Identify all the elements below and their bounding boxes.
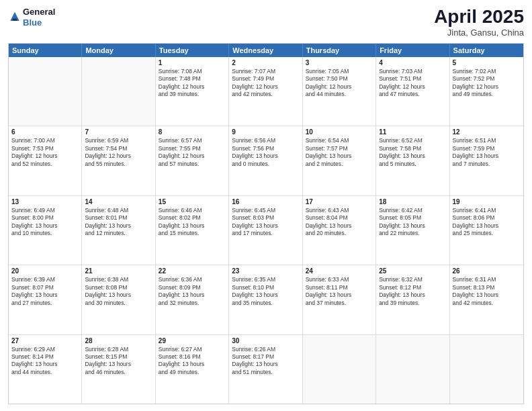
day-number: 18: [379, 198, 446, 205]
cal-cell: 19Sunrise: 6:41 AM Sunset: 8:06 PM Dayli…: [450, 196, 523, 265]
cal-cell: 22Sunrise: 6:36 AM Sunset: 8:09 PM Dayli…: [156, 265, 229, 334]
cal-cell: 3Sunrise: 7:05 AM Sunset: 7:50 PM Daylig…: [303, 57, 376, 126]
cal-cell: [303, 335, 376, 404]
day-number: 9: [232, 128, 299, 136]
day-info: Sunrise: 6:29 AM Sunset: 8:14 PM Dayligh…: [11, 346, 79, 377]
header-day-tuesday: Tuesday: [156, 44, 229, 57]
cal-cell: 21Sunrise: 6:38 AM Sunset: 8:08 PM Dayli…: [82, 265, 155, 334]
cal-cell: 8Sunrise: 6:57 AM Sunset: 7:55 PM Daylig…: [156, 126, 229, 195]
day-number: 3: [306, 59, 373, 66]
day-number: 17: [306, 198, 373, 205]
day-number: 7: [85, 128, 152, 136]
day-info: Sunrise: 6:56 AM Sunset: 7:56 PM Dayligh…: [232, 137, 299, 168]
header-day-wednesday: Wednesday: [229, 44, 302, 57]
day-number: 25: [379, 267, 446, 275]
cal-cell: [376, 335, 449, 404]
header-day-saturday: Saturday: [450, 44, 523, 57]
calendar-header: SundayMondayTuesdayWednesdayThursdayFrid…: [9, 44, 523, 57]
day-number: 11: [379, 128, 446, 136]
day-number: 24: [306, 267, 373, 275]
day-info: Sunrise: 6:31 AM Sunset: 8:13 PM Dayligh…: [453, 276, 521, 307]
day-info: Sunrise: 6:49 AM Sunset: 8:00 PM Dayligh…: [11, 207, 79, 238]
day-number: 6: [11, 128, 79, 136]
day-number: 28: [85, 337, 152, 345]
day-number: 30: [232, 337, 299, 345]
logo-general: General: [23, 7, 55, 17]
day-info: Sunrise: 6:28 AM Sunset: 8:15 PM Dayligh…: [85, 346, 152, 377]
header: General Blue April 2025 Jinta, Gansu, Ch…: [8, 7, 524, 38]
cal-cell: 23Sunrise: 6:35 AM Sunset: 8:10 PM Dayli…: [229, 265, 302, 334]
cal-cell: 7Sunrise: 6:59 AM Sunset: 7:54 PM Daylig…: [82, 126, 155, 195]
cal-cell: 29Sunrise: 6:27 AM Sunset: 8:16 PM Dayli…: [156, 335, 229, 404]
day-info: Sunrise: 6:42 AM Sunset: 8:05 PM Dayligh…: [379, 207, 446, 238]
day-number: 13: [11, 198, 79, 205]
day-number: 4: [379, 59, 446, 66]
logo-blue: Blue: [23, 17, 55, 28]
cal-cell: 28Sunrise: 6:28 AM Sunset: 8:15 PM Dayli…: [82, 335, 155, 404]
day-info: Sunrise: 6:41 AM Sunset: 8:06 PM Dayligh…: [453, 207, 521, 238]
header-day-sunday: Sunday: [9, 44, 82, 57]
day-number: 15: [159, 198, 226, 205]
cal-cell: 2Sunrise: 7:07 AM Sunset: 7:49 PM Daylig…: [229, 57, 302, 126]
logo: General Blue: [8, 7, 55, 28]
day-number: 10: [306, 128, 373, 136]
cal-cell: 25Sunrise: 6:32 AM Sunset: 8:12 PM Dayli…: [376, 265, 449, 334]
subtitle: Jinta, Gansu, China: [434, 28, 524, 38]
cal-cell: 30Sunrise: 6:26 AM Sunset: 8:17 PM Dayli…: [229, 335, 302, 404]
day-number: 2: [232, 59, 299, 66]
cal-cell: 4Sunrise: 7:03 AM Sunset: 7:51 PM Daylig…: [376, 57, 449, 126]
cal-row-0: 1Sunrise: 7:08 AM Sunset: 7:48 PM Daylig…: [9, 57, 523, 126]
day-number: 29: [159, 337, 226, 345]
day-number: 16: [232, 198, 299, 205]
day-info: Sunrise: 6:57 AM Sunset: 7:55 PM Dayligh…: [159, 137, 226, 168]
logo-icon: [8, 11, 21, 24]
day-info: Sunrise: 6:59 AM Sunset: 7:54 PM Dayligh…: [85, 137, 152, 168]
day-info: Sunrise: 7:05 AM Sunset: 7:50 PM Dayligh…: [306, 68, 373, 99]
cal-cell: 10Sunrise: 6:54 AM Sunset: 7:57 PM Dayli…: [303, 126, 376, 195]
cal-cell: 16Sunrise: 6:45 AM Sunset: 8:03 PM Dayli…: [229, 196, 302, 265]
cal-cell: 26Sunrise: 6:31 AM Sunset: 8:13 PM Dayli…: [450, 265, 523, 334]
day-number: 14: [85, 198, 152, 205]
cal-cell: 6Sunrise: 7:00 AM Sunset: 7:53 PM Daylig…: [9, 126, 82, 195]
header-day-monday: Monday: [82, 44, 155, 57]
day-info: Sunrise: 7:08 AM Sunset: 7:48 PM Dayligh…: [159, 68, 226, 99]
day-info: Sunrise: 6:45 AM Sunset: 8:03 PM Dayligh…: [232, 207, 299, 238]
cal-cell: 13Sunrise: 6:49 AM Sunset: 8:00 PM Dayli…: [9, 196, 82, 265]
day-number: 22: [159, 267, 226, 275]
main-title: April 2025: [434, 7, 524, 28]
day-info: Sunrise: 6:32 AM Sunset: 8:12 PM Dayligh…: [379, 276, 446, 307]
day-info: Sunrise: 6:26 AM Sunset: 8:17 PM Dayligh…: [232, 346, 299, 377]
day-info: Sunrise: 7:02 AM Sunset: 7:52 PM Dayligh…: [453, 68, 521, 99]
cal-cell: 1Sunrise: 7:08 AM Sunset: 7:48 PM Daylig…: [156, 57, 229, 126]
day-info: Sunrise: 6:39 AM Sunset: 8:07 PM Dayligh…: [11, 276, 79, 307]
day-number: 19: [453, 198, 521, 205]
day-number: 21: [85, 267, 152, 275]
cal-row-2: 13Sunrise: 6:49 AM Sunset: 8:00 PM Dayli…: [9, 196, 523, 265]
cal-cell: [9, 57, 82, 126]
cal-cell: [82, 57, 155, 126]
day-number: 12: [453, 128, 521, 136]
day-number: 27: [11, 337, 79, 345]
calendar-body: 1Sunrise: 7:08 AM Sunset: 7:48 PM Daylig…: [9, 57, 523, 404]
cal-cell: 17Sunrise: 6:43 AM Sunset: 8:04 PM Dayli…: [303, 196, 376, 265]
day-info: Sunrise: 7:07 AM Sunset: 7:49 PM Dayligh…: [232, 68, 299, 99]
cal-cell: 14Sunrise: 6:48 AM Sunset: 8:01 PM Dayli…: [82, 196, 155, 265]
day-number: 5: [453, 59, 521, 66]
title-block: April 2025 Jinta, Gansu, China: [434, 7, 524, 38]
day-number: 20: [11, 267, 79, 275]
day-info: Sunrise: 6:52 AM Sunset: 7:58 PM Dayligh…: [379, 137, 446, 168]
cal-cell: 12Sunrise: 6:51 AM Sunset: 7:59 PM Dayli…: [450, 126, 523, 195]
header-day-friday: Friday: [376, 44, 449, 57]
cal-row-3: 20Sunrise: 6:39 AM Sunset: 8:07 PM Dayli…: [9, 265, 523, 334]
day-number: 8: [159, 128, 226, 136]
cal-cell: 5Sunrise: 7:02 AM Sunset: 7:52 PM Daylig…: [450, 57, 523, 126]
day-info: Sunrise: 6:46 AM Sunset: 8:02 PM Dayligh…: [159, 207, 226, 238]
svg-rect-1: [13, 18, 17, 20]
day-info: Sunrise: 7:03 AM Sunset: 7:51 PM Dayligh…: [379, 68, 446, 99]
day-info: Sunrise: 6:36 AM Sunset: 8:09 PM Dayligh…: [159, 276, 226, 307]
day-info: Sunrise: 6:51 AM Sunset: 7:59 PM Dayligh…: [453, 137, 521, 168]
day-info: Sunrise: 6:48 AM Sunset: 8:01 PM Dayligh…: [85, 207, 152, 238]
day-info: Sunrise: 6:43 AM Sunset: 8:04 PM Dayligh…: [306, 207, 373, 238]
day-info: Sunrise: 6:38 AM Sunset: 8:08 PM Dayligh…: [85, 276, 152, 307]
day-number: 23: [232, 267, 299, 275]
